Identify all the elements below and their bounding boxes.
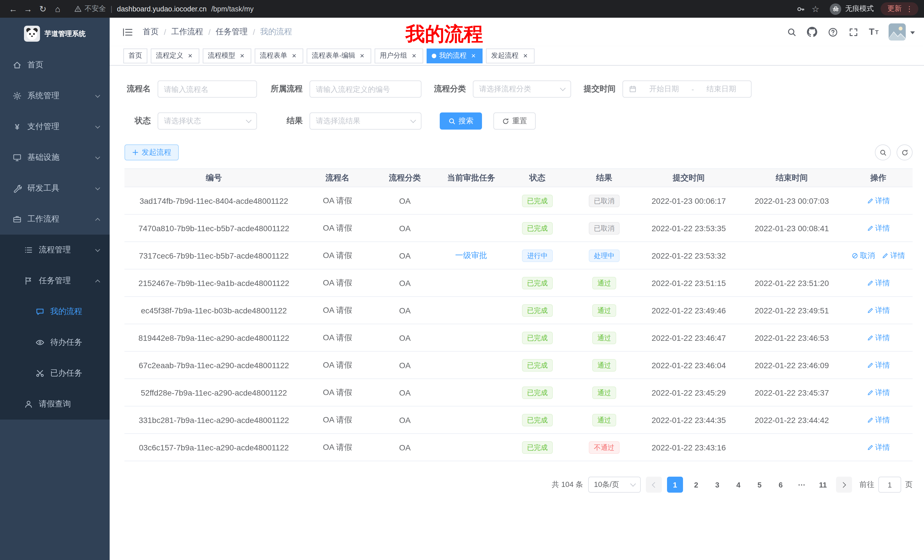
github-icon[interactable] [803,23,821,41]
search-button[interactable]: 搜索 [440,112,482,130]
page-number[interactable]: 5 [752,477,768,493]
sidebar-item-infrastructure[interactable]: 基础设施 [0,142,110,173]
sidebar-item-system[interactable]: 系统管理 [0,81,110,111]
select-placeholder: 请选择状态 [164,116,201,126]
sidebar-item-process-mgmt[interactable]: 流程管理 [0,235,110,265]
cell-id: 3ad174fb-7b9d-11ec-8404-acde48001122 [124,187,303,214]
detail-link[interactable]: 详情 [867,387,890,398]
page-jump-input[interactable] [878,477,901,493]
date-range-picker[interactable]: 开始日期 - 结束日期 [622,81,752,97]
breadcrumb-item[interactable]: 工作流程 [171,27,203,37]
browser-home-icon[interactable]: ⌂ [50,1,65,16]
tab-home[interactable]: 首页 [123,48,147,63]
address-bar[interactable]: 不安全 dashboard.yudao.iocoder.cn/bpm/task/… [74,4,254,14]
browser-forward-icon[interactable]: → [21,1,35,16]
detail-link[interactable]: 详情 [867,360,890,370]
page-number[interactable]: 1 [667,477,683,493]
cell-actions: 详情 [844,214,913,242]
sidebar-item-my-process[interactable]: 我的流程 [0,296,110,327]
toggle-search-button[interactable] [875,144,891,160]
page-number[interactable]: 11 [815,477,831,493]
close-icon[interactable] [470,52,477,60]
sidebar-item-task-mgmt[interactable]: 任务管理 [0,265,110,296]
breadcrumb-item[interactable]: 首页 [143,27,159,37]
task-link[interactable]: 一级审批 [455,250,487,259]
date-end-placeholder[interactable]: 结束日期 [697,84,745,94]
date-start-placeholder[interactable]: 开始日期 [640,84,688,94]
avatar-caret-icon[interactable] [910,31,915,36]
next-page-button[interactable] [836,477,852,493]
sidebar-item-todo-tasks[interactable]: 待办任务 [0,327,110,358]
tab-user-group[interactable]: 用户分组 [375,48,423,63]
tab-process-form[interactable]: 流程表单 [255,48,303,63]
sidebar-item-home[interactable]: 首页 [0,49,110,81]
browser-reload-icon[interactable]: ↻ [35,1,50,16]
browser-menu-icon[interactable]: ⋮ [906,4,913,13]
tab-process-form-edit[interactable]: 流程表单-编辑 [307,48,371,63]
process-id-input[interactable] [309,81,422,97]
detail-link[interactable]: 详情 [867,305,890,315]
sidebar-item-payment[interactable]: 支付管理 [0,111,110,142]
sidebar-toggle-icon[interactable] [119,23,136,40]
cell-result: 通过 [570,296,638,324]
bookmark-star-icon[interactable]: ☆ [808,1,823,16]
page-number[interactable]: 6 [772,477,789,493]
cell-name: OA 请假 [303,269,372,296]
page-number[interactable]: 4 [730,477,746,493]
detail-link[interactable]: 详情 [867,415,890,425]
breadcrumb-item[interactable]: 任务管理 [216,27,248,37]
detail-link[interactable]: 详情 [867,442,890,452]
fullscreen-icon[interactable] [844,23,862,41]
detail-link[interactable]: 详情 [867,278,890,288]
close-icon[interactable] [521,52,530,60]
process-table: 编号 流程名 流程分类 当前审批任务 状态 结果 提交时间 结束时间 操作 [124,168,913,461]
detail-link[interactable]: 详情 [867,196,890,206]
tab-process-model[interactable]: 流程模型 [203,48,251,63]
close-icon[interactable] [290,52,298,60]
sidebar-item-workflow[interactable]: 工作流程 [0,204,110,235]
status-select[interactable]: 请选择状态 [158,112,257,130]
page-number[interactable]: 2 [688,477,704,493]
font-size-icon[interactable] [865,23,883,41]
start-process-button[interactable]: 发起流程 [124,144,179,160]
process-name-input[interactable] [158,81,257,97]
cancel-link[interactable]: 取消 [852,250,875,261]
chevron-left-icon [652,482,658,488]
browser-back-icon[interactable]: ← [6,1,21,16]
help-icon[interactable] [824,23,842,41]
cell-id: 2152467e-7b9b-11ec-9a1b-acde48001122 [124,269,303,296]
close-icon[interactable] [410,52,418,60]
detail-link[interactable]: 详情 [882,250,905,261]
refresh-table-button[interactable] [897,144,913,160]
sidebar-item-done-tasks[interactable]: 已办任务 [0,358,110,389]
page-number[interactable]: 3 [709,477,725,493]
passkey-icon[interactable] [793,1,808,16]
close-icon[interactable] [186,52,194,60]
detail-link[interactable]: 详情 [867,332,890,343]
scissors-icon [35,369,45,378]
tab-process-definition[interactable]: 流程定义 [151,48,199,63]
search-icon[interactable] [782,23,801,41]
cell-result: 不通过 [570,434,638,461]
cell-status: 已完成 [504,406,570,434]
sidebar-item-leave-query[interactable]: 请假查询 [0,389,110,419]
more-pages-icon[interactable]: ··· [794,477,810,493]
cell-category: OA [372,269,438,296]
category-select[interactable]: 请选择流程分类 [473,81,571,97]
avatar[interactable] [889,23,906,40]
browser-update-button[interactable]: 更新 ⋮ [880,2,918,15]
cell-name: OA 请假 [303,406,372,434]
detail-link[interactable]: 详情 [867,223,890,233]
sidebar-item-devtools[interactable]: 研发工具 [0,173,110,204]
tab-start-process[interactable]: 发起流程 [486,48,534,63]
prev-page-button[interactable] [646,477,662,493]
tab-my-process[interactable]: 我的流程 [427,48,483,63]
security-warning[interactable]: 不安全 [74,4,106,14]
close-icon[interactable] [238,52,246,60]
result-badge: 已取消 [589,195,620,207]
result-select[interactable]: 请选择流结果 [309,112,422,130]
page-size-select[interactable]: 10条/页 [588,477,641,493]
reset-button[interactable]: 重置 [494,112,536,130]
table-row: 331bc281-7b9a-11ec-a290-acde48001122 OA … [124,406,913,434]
close-icon[interactable] [358,52,366,60]
